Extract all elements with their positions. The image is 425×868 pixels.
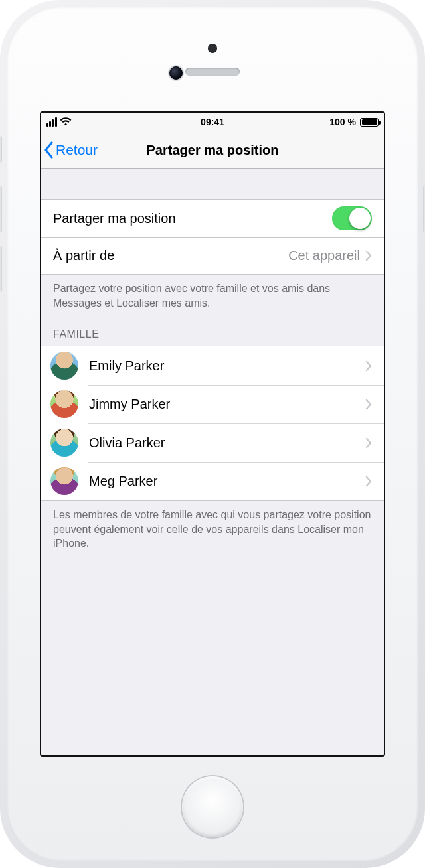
battery-icon [360,118,379,127]
earpiece [185,68,240,76]
family-row-jimmy[interactable]: Jimmy Parker [41,385,384,423]
avatar [50,467,78,495]
back-label: Retour [56,142,98,158]
family-row-emily[interactable]: Emily Parker [41,346,384,385]
section-spacer [41,169,384,199]
proximity-sensor [208,44,217,53]
chevron-right-icon [365,360,372,372]
chevron-right-icon [365,250,372,261]
home-button[interactable] [182,776,243,837]
from-value: Cet appareil [288,248,365,263]
status-bar: 09:41 100 % [41,113,384,131]
family-name: Emily Parker [89,358,355,374]
status-time: 09:41 [201,117,224,127]
family-row-olivia[interactable]: Olivia Parker [41,423,384,462]
avatar [50,390,78,418]
family-name: Meg Parker [89,474,355,489]
cell-signal-icon [46,117,57,127]
family-name: Jimmy Parker [89,397,355,412]
chevron-right-icon [365,437,372,449]
back-button[interactable]: Retour [41,141,98,159]
share-group: Partager ma position À partir de Cet app… [41,199,384,275]
chevron-right-icon [365,476,372,487]
from-label: À partir de [53,248,114,263]
battery-percent: 100 % [329,117,356,127]
family-footer: Les membres de votre famille avec qui vo… [41,501,384,551]
chevron-left-icon [44,141,54,159]
avatar [50,352,78,380]
share-footer: Partagez votre position avec votre famil… [41,275,384,310]
chevron-right-icon [365,399,372,410]
page-title: Partager ma position [147,142,279,157]
front-camera [169,66,183,80]
screen: 09:41 100 % Retour Partager ma position [40,111,385,757]
device-frame: 09:41 100 % Retour Partager ma position [0,0,425,868]
family-group: Emily Parker Jimmy Parker Olivia Parker [41,346,384,501]
wifi-icon [60,117,72,127]
volume-up-button [0,186,2,232]
share-location-toggle[interactable] [332,206,372,230]
from-row[interactable]: À partir de Cet appareil [41,237,384,274]
navigation-bar: Retour Partager ma position [41,131,384,169]
device-bezel: 09:41 100 % Retour Partager ma position [7,7,418,861]
share-location-label: Partager ma position [53,211,176,226]
avatar [50,429,78,457]
family-row-meg[interactable]: Meg Parker [41,462,384,500]
mute-switch [0,136,2,163]
family-name: Olivia Parker [89,435,355,451]
volume-down-button [0,246,2,292]
share-location-row[interactable]: Partager ma position [41,200,384,237]
family-header: FAMILLE [41,310,384,346]
